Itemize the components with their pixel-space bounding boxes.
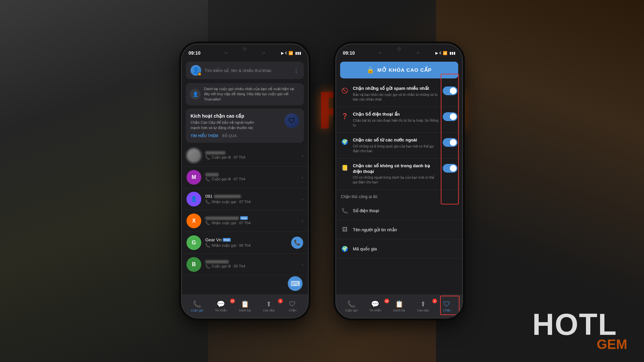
right-toggle-row-4[interactable]: 📒 Chặn các số không có trong danh bạ điệ… — [336, 159, 462, 190]
right-menu-text-2: Tên người gửi tin nhắn — [353, 227, 397, 232]
call-info-2: 📞 Cuộc gọi đi · 07 Th4 — [205, 173, 298, 182]
right-toggle-info-3: Chặn các số từ các nước ngoài Chỉ những … — [353, 137, 439, 154]
call-avatar-6: B — [186, 257, 201, 272]
right-status-icons: ▶ € 📶 ▮▮▮ — [435, 51, 455, 55]
call-info-3: 091 📞 Nhận cuộc gọi · 07 Th4 — [205, 194, 298, 204]
left-learn-more-btn[interactable]: TÌM HIỂU THÊM — [191, 134, 218, 138]
call-detail-1: 📞 Cuộc gọi đi · 07 Th4 — [205, 155, 298, 160]
right-phone-content: 🔒 MỞ KHÓA CAO CẤP 🚫 Chặn những số gửi sp… — [336, 59, 462, 294]
right-nav-messages-icon: 💬 — [371, 300, 379, 308]
call-name-2 — [205, 173, 298, 176]
right-toggle-info-4: Chặn các số không có trong danh bạ điện … — [353, 163, 439, 185]
right-menu-text-3: Mã quốc gia — [353, 246, 377, 251]
right-toggle-title-4: Chặn các số không có trong danh bạ điện … — [353, 163, 439, 175]
right-notch-dot — [397, 47, 401, 51]
right-toggle-title-2: Chặn Số điện thoại ẩn — [353, 112, 439, 117]
right-toggle-row-1[interactable]: 🚫 Chặn những số gửi spam nhiều nhất Bảo … — [336, 81, 462, 107]
right-nav-calls[interactable]: 📞 Cuộc gọi — [339, 300, 363, 312]
call-name-text-1 — [205, 151, 225, 155]
call-name-text-2 — [205, 173, 219, 176]
call-item-4[interactable]: X true 📞 Nhận cuộc gọi · 07 Th4 › — [182, 210, 308, 232]
right-toggle-desc-3: Chỉ những số ở trong quốc gia của bạn mớ… — [353, 144, 439, 154]
call-name-text-3 — [214, 195, 241, 198]
right-wifi-icon: 📶 — [443, 51, 447, 55]
left-nav-premium-label: Cao cấp — [263, 309, 275, 312]
right-toggle-switch-1[interactable] — [443, 86, 458, 95]
left-nav-premium[interactable]: ⬆ 1 Cao cấp — [257, 300, 281, 312]
right-menu-icon-1: 📞 — [341, 206, 349, 215]
right-bottom-nav: 📞 Cuộc gọi 💬 17 Tin nhắn 📋 Danh bạ ⬆ 1 C… — [336, 294, 462, 318]
right-nav-contacts[interactable]: 📋 Danh bạ — [387, 300, 411, 312]
right-nav-calls-label: Cuộc gọi — [345, 309, 358, 312]
right-unlock-btn[interactable]: 🔒 MỞ KHÓA CAO CẤP — [340, 62, 458, 78]
phones-wrapper: 09:10 ▶ € 📶 ▮▮▮ 👤 Tìm kiếm số, tên & nhi… — [0, 0, 644, 362]
left-nav-messages[interactable]: 💬 17 Tin nhắn — [209, 300, 233, 312]
right-nav-contacts-label: Danh bạ — [393, 309, 405, 312]
call-item-1[interactable]: 📞 Cuộc gọi đi · 07 Th4 › — [182, 145, 308, 167]
right-toggle-desc-2: Chặn bất kỳ số nào được hiển thị là Số l… — [353, 118, 439, 128]
right-toggle-row-2[interactable]: ❓ Chặn Số điện thoại ẩn Chặn bất kỳ số n… — [336, 107, 462, 133]
right-toggle-icon-1: 🚫 — [341, 86, 349, 95]
right-toggle-icon-3: 🌍 — [341, 138, 349, 146]
left-shield-icon: 🛡 — [284, 113, 299, 128]
call-action-btn-5[interactable]: 📞 — [291, 237, 303, 249]
right-media-icon: ▶ — [435, 51, 438, 55]
right-menu-icon-3: 🌍 — [341, 245, 349, 253]
call-info-5: Gear Vn true 📞 Nhận cuộc gọi · 06 Th4 — [205, 237, 287, 248]
right-menu-row-1[interactable]: 📞 Số điện thoại — [336, 201, 462, 220]
call-item-2[interactable]: M 📞 Cuộc gọi đi · 07 Th4 › — [182, 167, 308, 188]
left-skip-btn[interactable]: BỎ QUA — [222, 134, 236, 138]
right-toggle-switch-4[interactable] — [443, 164, 458, 173]
left-nav-contacts[interactable]: 📋 Danh bạ — [233, 300, 257, 312]
left-premium-banner: Kích hoạt chặn cao cấp Chặn Cao Cấp để b… — [186, 109, 304, 143]
right-toggle-info-1: Chặn những số gửi spam nhiều nhất Bảo vệ… — [353, 86, 439, 102]
call-avatar-1 — [186, 148, 201, 163]
call-chevron-3: › — [302, 196, 303, 202]
left-search-bar[interactable]: 👤 Tìm kiếm số, tên & nhiều thứ khác ⋮ — [186, 62, 304, 79]
left-nav-messages-label: Tin nhắn — [215, 309, 227, 312]
right-menu-icon-2: 🖼 — [341, 226, 349, 234]
right-menu-row-2[interactable]: 🖼 Tên người gửi tin nhắn — [336, 220, 462, 239]
right-toggle-title-1: Chặn những số gửi spam nhiều nhất — [353, 86, 439, 92]
left-premium-badge: 1 — [278, 299, 283, 303]
left-nav-block-label: Chặn — [289, 309, 297, 312]
left-premium-actions: TÌM HIỂU THÊM BỎ QUA — [191, 134, 264, 138]
left-avatar-dot — [198, 72, 201, 76]
call-name-5: Gear Vn true — [205, 237, 287, 242]
left-premium-desc: Chặn Cao Cấp để bảo vệ ngoài tuyến mạnh … — [191, 120, 264, 130]
call-name-text-6 — [205, 260, 229, 263]
right-toggle-switch-2[interactable] — [443, 112, 458, 121]
call-info-1: 📞 Cuộc gọi đi · 07 Th4 — [205, 151, 298, 160]
left-fab-button[interactable]: ⌨ — [288, 276, 303, 291]
right-nav-contacts-icon: 📋 — [395, 300, 404, 308]
call-name-6 — [205, 260, 298, 263]
right-menu-row-3[interactable]: 🌍 Mã quốc gia — [336, 239, 462, 258]
call-detail-4: 📞 Nhận cuộc gọi · 07 Th4 — [205, 221, 298, 225]
left-nav-calls[interactable]: 📞 Cuộc gọi — [185, 300, 209, 312]
call-name-text-4 — [205, 217, 239, 220]
right-premium-badge: 1 — [432, 299, 437, 303]
left-info-text: Danh bạ cuộc gọi nhiều nhất của bạn sẽ x… — [204, 86, 300, 102]
right-toggle-row-3[interactable]: 🌍 Chặn các số từ các nước ngoài Chỉ nhữn… — [336, 133, 462, 159]
call-item-3[interactable]: 👤 091 📞 Nhận cuộc gọi · 07 Th4 › — [182, 188, 308, 210]
call-item-6[interactable]: B 📞 Cuộc gọi đi · 05 Th4 › — [182, 254, 308, 276]
right-toggle-title-3: Chặn các số từ các nước ngoài — [353, 137, 439, 143]
left-nav-block[interactable]: 🛡 Chặn — [281, 300, 305, 312]
right-nav-messages[interactable]: 💬 17 Tin nhắn — [363, 300, 387, 312]
call-true-badge-5: true — [223, 238, 230, 242]
right-section-label: Chặn thủ công ai đó — [336, 190, 462, 201]
left-search-menu-icon[interactable]: ⋮ — [293, 67, 299, 74]
right-toggle-switch-3[interactable] — [443, 138, 458, 147]
right-battery-icon: ▮▮▮ — [449, 51, 455, 55]
right-nav-block[interactable]: 🛡 Chặn — [435, 300, 459, 312]
left-status-time: 09:10 — [189, 50, 201, 56]
right-nav-premium[interactable]: ⬆ 1 Cao cấp — [411, 300, 435, 312]
left-nav-premium-icon: ⬆ — [266, 300, 272, 308]
call-chevron-1: › — [302, 153, 303, 158]
left-media-icon: ▶ — [281, 51, 284, 55]
left-info-banner: 👤 Danh bạ cuộc gọi nhiều nhất của bạn sẽ… — [186, 83, 304, 105]
call-detail-6: 📞 Cuộc gọi đi · 05 Th4 — [205, 264, 298, 269]
left-euro-icon: € — [285, 51, 287, 55]
call-item-5[interactable]: G Gear Vn true 📞 Nhận cuộc gọi · 06 Th4 … — [182, 232, 308, 254]
left-nav-messages-icon: 💬 — [217, 300, 225, 308]
